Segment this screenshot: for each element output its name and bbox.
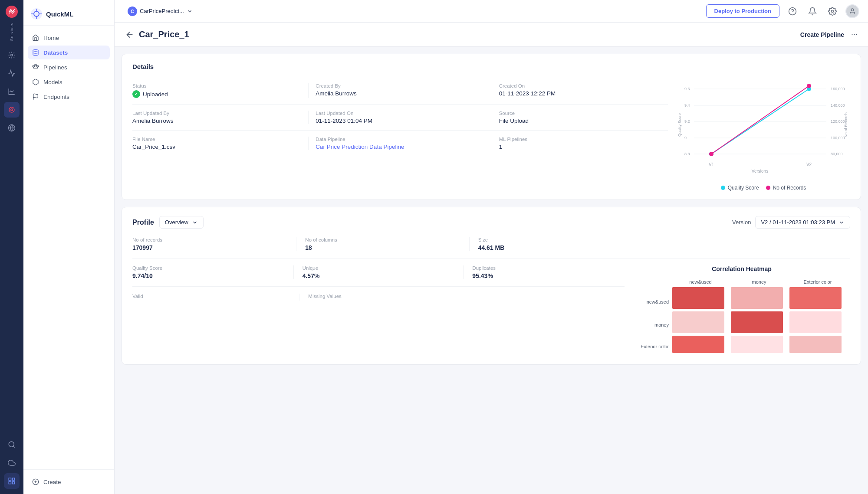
nav-icon-analytics[interactable] [4, 84, 20, 99]
nav-icon-deploy[interactable] [4, 120, 20, 136]
chart-container: 9.6 9.4 9.2 9 8.8 160,000 140,000 120,00… [677, 77, 850, 181]
svg-text:Exterior color: Exterior color [641, 344, 669, 349]
duplicates-metric-value: 95.43% [472, 272, 625, 279]
quality-score-metric-value: 9.74/10 [132, 272, 285, 279]
sidebar-footer: Create [23, 469, 114, 494]
details-row-3: File Name Car_Price_1.csv Data Pipeline … [132, 131, 668, 156]
page-header: Car_Price_1 Create Pipeline ··· [115, 23, 868, 47]
size-metric-label: Size [478, 237, 633, 242]
help-button[interactable] [786, 4, 799, 18]
sidebar-item-pipelines-label: Pipelines [43, 64, 67, 71]
project-selector[interactable]: C CarPricePredict... [123, 4, 197, 18]
svg-point-25 [851, 9, 853, 11]
sidebar-item-endpoints[interactable]: Endpoints [28, 90, 110, 104]
nav-icon-pipeline[interactable] [4, 47, 20, 63]
services-label: Services [10, 23, 14, 41]
svg-text:9.6: 9.6 [684, 87, 690, 91]
brand-name: QuickML [46, 10, 73, 18]
svg-text:Quality Score: Quality Score [677, 113, 682, 137]
created-by-value: Amelia Burrows [316, 90, 484, 97]
user-avatar[interactable] [845, 4, 859, 18]
user-icon [849, 8, 856, 15]
svg-text:new&used: new&used [647, 299, 669, 304]
database-icon [32, 49, 39, 56]
nav-icon-ml[interactable] [4, 65, 20, 81]
svg-rect-8 [9, 478, 11, 480]
profile-bottom-area: Quality Score 9.74/10 Unique 4.57% Dupli… [132, 265, 850, 356]
sidebar-item-home-label: Home [43, 35, 59, 41]
status-dot-icon [132, 90, 140, 98]
create-pipeline-button[interactable]: Create Pipeline [800, 31, 844, 38]
status-label: Status [132, 83, 301, 88]
more-options-button[interactable]: ··· [851, 30, 858, 39]
page-content: Car_Price_1 Create Pipeline ··· Details … [115, 23, 868, 494]
svg-text:V2: V2 [806, 162, 812, 167]
page-header-right: Create Pipeline ··· [800, 30, 858, 39]
page-title: Car_Price_1 [139, 29, 189, 39]
nav-icon-star[interactable] [4, 102, 20, 118]
columns-metric-label: No of columns [305, 237, 460, 242]
svg-rect-65 [672, 336, 724, 353]
nav-icon-grid[interactable] [4, 473, 20, 489]
svg-text:money: money [654, 322, 669, 327]
svg-text:V1: V1 [709, 162, 714, 167]
back-button[interactable] [125, 30, 135, 39]
profile-overview-dropdown[interactable]: Overview [159, 216, 204, 229]
notifications-button[interactable] [806, 4, 819, 18]
legend-records: No of Records [766, 185, 806, 191]
version-dropdown[interactable]: V2 / 01-11-2023 01:03:23 PM [755, 216, 850, 229]
details-content: Status Uploaded Created By Amelia Burrow… [132, 77, 850, 191]
svg-point-3 [9, 107, 14, 112]
chart-area: 9.6 9.4 9.2 9 8.8 160,000 140,000 120,00… [668, 77, 850, 191]
project-name: CarPricePredict... [140, 8, 184, 14]
quality-score-metric-label: Quality Score [132, 265, 285, 271]
last-updated-on-cell: Last Updated On 01-11-2023 01:04 PM [316, 111, 492, 124]
app-logo [5, 5, 18, 18]
details-row-2: Last Updated By Amelia Burrows Last Upda… [132, 105, 668, 131]
nav-icon-cloud[interactable] [4, 455, 20, 471]
sidebar-item-pipelines[interactable]: Pipelines [28, 60, 110, 74]
status-value: Uploaded [143, 91, 168, 98]
nav-icon-settings2[interactable] [4, 437, 20, 452]
sidebar-item-endpoints-label: Endpoints [43, 94, 69, 100]
quality-score-dot [721, 186, 725, 190]
data-pipeline-cell: Data Pipeline Car Price Prediction Data … [316, 137, 492, 150]
version-value: V2 / 01-11-2023 01:03:23 PM [761, 219, 835, 226]
records-metric-label: No of records [132, 237, 287, 242]
data-pipeline-value[interactable]: Car Price Prediction Data Pipeline [316, 144, 484, 150]
svg-text:Versions: Versions [752, 169, 768, 173]
svg-text:new&used: new&used [689, 279, 711, 285]
source-cell: Source File Upload [499, 111, 668, 124]
svg-point-14 [33, 49, 38, 51]
profile-dropdown-label: Overview [165, 219, 188, 226]
unique-metric-value: 4.57% [302, 272, 455, 279]
sidebar-item-home[interactable]: Home [28, 31, 110, 45]
correlation-heatmap-chart: new&used money Exterior color new&used m… [633, 278, 850, 356]
legend-quality: Quality Score [721, 185, 759, 191]
sidebar-item-datasets[interactable]: Datasets [28, 46, 110, 59]
svg-point-24 [832, 10, 834, 12]
svg-rect-17 [35, 65, 36, 66]
details-title: Details [132, 63, 850, 70]
file-name-cell: File Name Car_Price_1.csv [132, 137, 309, 150]
svg-rect-11 [13, 482, 15, 484]
sidebar-item-models[interactable]: Models [28, 75, 110, 89]
sidebar: QuickML Home Datasets Pipelines Models E… [23, 0, 115, 494]
last-updated-by-value: Amelia Burrows [132, 118, 301, 124]
profile-header-right: Version V2 / 01-11-2023 01:03:23 PM [732, 216, 850, 229]
bell-icon [808, 7, 817, 16]
svg-rect-61 [789, 287, 842, 309]
deploy-to-production-button[interactable]: Deploy to Production [706, 4, 779, 18]
settings-button[interactable] [825, 4, 839, 18]
missing-values-metric-label: Missing Values [308, 294, 466, 299]
last-updated-by-label: Last Updated By [132, 111, 301, 116]
profile-title: Profile [132, 219, 154, 226]
heatmap-title: Correlation Heatmap [633, 265, 850, 272]
quality-score-metric: Quality Score 9.74/10 [132, 265, 294, 279]
metrics-row-3: Valid Missing Values [132, 286, 625, 301]
svg-text:9.2: 9.2 [684, 119, 690, 124]
main-content: C CarPricePredict... Deploy to Productio… [115, 0, 868, 494]
svg-rect-62 [672, 311, 724, 333]
status-badge: Uploaded [132, 90, 301, 98]
create-button[interactable]: Create [28, 475, 110, 489]
